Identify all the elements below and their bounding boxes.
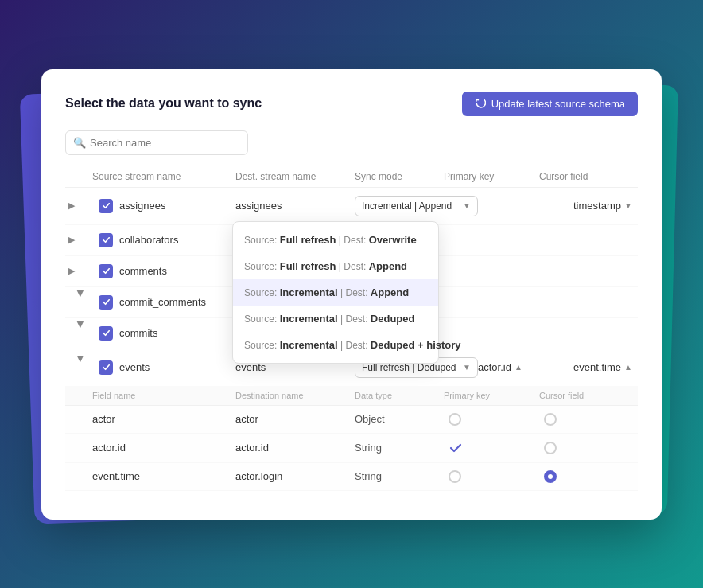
radio-circle[interactable] — [449, 470, 461, 483]
stream-checkbox[interactable] — [99, 199, 113, 213]
cursor-value-text: timestamp — [573, 200, 621, 212]
sync-mode-value: Incremental | Append — [362, 201, 452, 212]
expand-icon[interactable]: ▶ — [68, 201, 92, 211]
dropdown-item[interactable]: Source: Incremental | Dest: Append — [233, 279, 438, 306]
stream-name-cell: assignees — [92, 199, 235, 213]
dropdown-item[interactable]: Source: Full refresh | Dest: Append — [233, 253, 438, 279]
check-filled-icon[interactable] — [449, 441, 463, 455]
data-type: Object — [355, 413, 444, 425]
field-name: actor.id — [92, 442, 235, 454]
sub-col-field: Field name — [92, 391, 235, 400]
col-sync-mode: Sync mode — [355, 171, 444, 182]
field-name: event.time — [92, 470, 235, 482]
sub-col-cursor: Cursor field — [539, 391, 635, 400]
sync-mode-dropdown: Source: Full refresh | Dest: Overwrite S… — [232, 221, 439, 364]
sort-asc-icon: ▲ — [624, 363, 632, 372]
update-btn-label: Update latest source schema — [491, 98, 625, 110]
stream-name-cell: commit_comments — [92, 295, 235, 310]
search-icon: 🔍 — [73, 137, 86, 149]
update-schema-button[interactable]: Update latest source schema — [462, 92, 638, 116]
expand-icon[interactable]: ▶ — [76, 356, 86, 380]
stream-name: assignees — [119, 200, 166, 212]
table-header: Source stream name Dest. stream name Syn… — [65, 166, 638, 188]
sync-mode-select[interactable]: Incremental | Append ▼ — [355, 196, 478, 216]
primary-key-toggle[interactable] — [444, 441, 539, 455]
main-card: Select the data you want to sync Update … — [41, 69, 662, 520]
stream-name-cell: events — [92, 360, 235, 375]
streams-table: Source stream name Dest. stream name Syn… — [65, 166, 638, 491]
primary-key-value: actor.id — [478, 361, 511, 373]
primary-key-toggle[interactable] — [444, 413, 539, 426]
dropdown-item[interactable]: Source: Incremental | Dest: Deduped — [233, 306, 438, 332]
stream-name-cell: commits — [92, 326, 235, 341]
sub-col-type: Data type — [355, 391, 444, 400]
dropdown-item[interactable]: Source: Full refresh | Dest: Overwrite — [233, 227, 438, 253]
page-title: Select the data you want to sync — [65, 96, 262, 111]
header-row: Select the data you want to sync Update … — [65, 92, 638, 116]
radio-circle[interactable] — [449, 413, 461, 426]
stream-checkbox[interactable] — [99, 295, 113, 310]
chevron-down-icon: ▼ — [463, 201, 471, 210]
sort-asc-icon: ▲ — [515, 363, 522, 372]
expand-icon[interactable]: ▶ — [76, 321, 86, 345]
data-type: String — [355, 442, 444, 454]
dest-name: actor.id — [235, 442, 355, 454]
sub-table-header: Field name Destination name Data type Pr… — [65, 386, 638, 406]
radio-circle[interactable] — [544, 442, 557, 454]
expand-icon[interactable]: ▶ — [68, 235, 92, 245]
stream-name: commits — [119, 327, 157, 339]
dest-name: actor.login — [235, 470, 355, 482]
primary-key-toggle[interactable] — [444, 470, 539, 483]
col-dest-stream: Dest. stream name — [235, 171, 355, 182]
field-name: actor — [92, 413, 235, 425]
sub-table-row: event.time actor.login String — [65, 463, 638, 491]
expand-icon[interactable]: ▶ — [76, 290, 86, 314]
data-type: String — [355, 470, 444, 482]
refresh-icon — [475, 98, 486, 109]
cursor-field-toggle[interactable] — [539, 470, 635, 483]
dest-name: actor — [235, 413, 355, 425]
search-wrap: 🔍 — [65, 130, 638, 155]
sync-mode-cell: Incremental | Append ▼ Source: Full refr… — [355, 196, 478, 216]
sort-icon: ▼ — [624, 201, 632, 210]
search-input[interactable] — [65, 130, 248, 155]
sub-col-pk: Primary key — [444, 391, 539, 400]
expand-icon[interactable]: ▶ — [68, 266, 92, 276]
stream-name: events — [119, 361, 150, 373]
sub-col-dest: Destination name — [235, 391, 355, 400]
stream-checkbox[interactable] — [99, 360, 113, 375]
card-stack: Select the data you want to sync Update … — [41, 69, 662, 520]
stream-name: comments — [119, 265, 167, 277]
sync-mode-value: Full refresh | Deduped — [362, 362, 456, 373]
cursor-value-text: event.time — [573, 361, 621, 373]
col-source-stream: Source stream name — [92, 171, 235, 182]
col-primary-key: Primary key — [444, 171, 539, 182]
primary-key-cell: actor.id ▲ — [478, 361, 573, 373]
radio-circle[interactable] — [544, 413, 557, 426]
dropdown-item[interactable]: Source: Incremental | Dest: Deduped + hi… — [233, 332, 438, 358]
col-cursor-field: Cursor field — [539, 171, 635, 182]
sub-table-row: actor.id actor.id String — [65, 434, 638, 463]
stream-checkbox[interactable] — [99, 233, 113, 247]
cursor-field-cell: event.time ▲ — [573, 361, 669, 373]
chevron-down-icon: ▼ — [463, 363, 471, 372]
cursor-field-cell: timestamp ▼ — [573, 200, 669, 212]
stream-name-cell: collaborators — [92, 233, 235, 247]
sub-table-row: actor actor Object — [65, 406, 638, 434]
stream-checkbox[interactable] — [99, 326, 113, 341]
stream-name: commit_comments — [119, 296, 206, 308]
dest-name: assignees — [235, 200, 355, 212]
stream-checkbox[interactable] — [99, 264, 113, 278]
stream-name: collaborators — [119, 234, 178, 246]
cursor-field-toggle[interactable] — [539, 442, 635, 454]
table-row: ▶ assignees assignees Incremental | Appe… — [65, 188, 638, 225]
radio-circle-filled[interactable] — [544, 470, 557, 483]
cursor-field-toggle[interactable] — [539, 413, 635, 426]
stream-name-cell: comments — [92, 264, 235, 278]
